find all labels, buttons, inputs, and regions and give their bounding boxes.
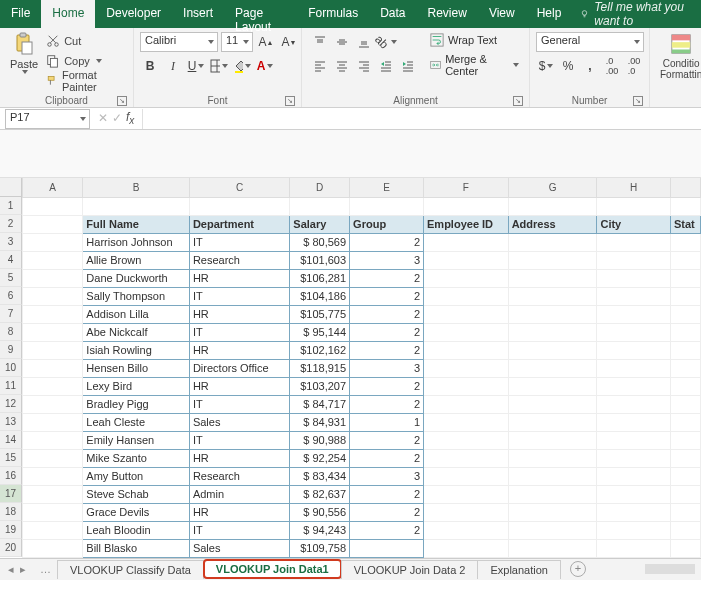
cell[interactable] xyxy=(23,377,83,395)
cell[interactable] xyxy=(597,269,671,287)
cell[interactable] xyxy=(424,431,509,449)
tab-overflow-button[interactable]: … xyxy=(34,563,57,575)
cell[interactable] xyxy=(508,197,597,215)
align-left-button[interactable] xyxy=(310,56,330,76)
cell[interactable] xyxy=(424,521,509,539)
name-box[interactable]: P17 xyxy=(5,109,90,129)
paste-button[interactable]: Paste xyxy=(6,30,42,76)
cell[interactable]: $ 95,144 xyxy=(290,323,350,341)
cell[interactable] xyxy=(597,287,671,305)
cell[interactable] xyxy=(189,197,289,215)
cell[interactable]: Salary xyxy=(290,215,350,233)
cell[interactable] xyxy=(671,467,701,485)
cell[interactable] xyxy=(23,305,83,323)
cell[interactable]: HR xyxy=(189,305,289,323)
cell[interactable]: Group xyxy=(350,215,424,233)
cell[interactable] xyxy=(671,251,701,269)
cell[interactable] xyxy=(508,323,597,341)
cell[interactable]: IT xyxy=(189,395,289,413)
cell[interactable] xyxy=(23,467,83,485)
cell[interactable] xyxy=(424,539,509,557)
row-header[interactable]: 5 xyxy=(0,269,22,287)
bold-button[interactable]: B xyxy=(140,56,160,76)
font-color-button[interactable]: A xyxy=(255,56,275,76)
cell[interactable]: Sales xyxy=(189,539,289,557)
row-header[interactable]: 10 xyxy=(0,359,22,377)
comma-format-button[interactable]: , xyxy=(580,56,600,76)
cell[interactable] xyxy=(23,287,83,305)
cell[interactable] xyxy=(23,197,83,215)
cell[interactable]: Department xyxy=(189,215,289,233)
dialog-launcher-icon[interactable]: ↘ xyxy=(117,96,127,106)
cell[interactable]: 2 xyxy=(350,503,424,521)
cell[interactable]: HR xyxy=(189,341,289,359)
cell[interactable] xyxy=(671,539,701,557)
font-size-select[interactable]: 11 xyxy=(221,32,253,52)
row-header[interactable]: 16 xyxy=(0,467,22,485)
cell[interactable] xyxy=(597,323,671,341)
format-painter-button[interactable]: Format Painter xyxy=(46,72,123,90)
borders-button[interactable] xyxy=(209,56,229,76)
align-center-button[interactable] xyxy=(332,56,352,76)
cell[interactable] xyxy=(23,341,83,359)
sheet-tab[interactable]: VLOOKUP Join Data 2 xyxy=(341,560,479,579)
cell[interactable] xyxy=(23,503,83,521)
cell[interactable] xyxy=(671,197,701,215)
cell[interactable]: Leah Cleste xyxy=(83,413,190,431)
grid[interactable]: A B C D E F G H Full NameDepartmentSalar… xyxy=(22,178,701,558)
cell[interactable] xyxy=(671,431,701,449)
cell[interactable] xyxy=(424,323,509,341)
decrease-decimal-button[interactable]: .00.0 xyxy=(624,56,644,76)
row-header[interactable]: 13 xyxy=(0,413,22,431)
cell[interactable]: Mike Szanto xyxy=(83,449,190,467)
align-middle-button[interactable] xyxy=(332,32,352,52)
cell[interactable]: Stat xyxy=(671,215,701,233)
cell[interactable] xyxy=(671,485,701,503)
row-header[interactable]: 14 xyxy=(0,431,22,449)
cell[interactable]: IT xyxy=(189,233,289,251)
cell[interactable] xyxy=(23,413,83,431)
cell[interactable] xyxy=(424,449,509,467)
cell[interactable]: Full Name xyxy=(83,215,190,233)
cell[interactable] xyxy=(350,539,424,557)
cell[interactable]: 3 xyxy=(350,467,424,485)
col-header-I[interactable] xyxy=(671,178,701,197)
cell[interactable] xyxy=(424,377,509,395)
cell[interactable] xyxy=(597,197,671,215)
menu-tab-formulas[interactable]: Formulas xyxy=(297,0,369,28)
cell[interactable]: $109,758 xyxy=(290,539,350,557)
row-header[interactable]: 6 xyxy=(0,287,22,305)
row-header[interactable]: 18 xyxy=(0,503,22,521)
cell[interactable]: Research xyxy=(189,251,289,269)
cell[interactable]: $ 84,931 xyxy=(290,413,350,431)
cell[interactable] xyxy=(424,287,509,305)
cell[interactable] xyxy=(597,521,671,539)
col-header-A[interactable]: A xyxy=(23,178,83,197)
cell[interactable] xyxy=(508,269,597,287)
cell[interactable]: $101,603 xyxy=(290,251,350,269)
cell[interactable] xyxy=(597,359,671,377)
cell[interactable] xyxy=(23,431,83,449)
cell[interactable]: $103,207 xyxy=(290,377,350,395)
increase-font-button[interactable]: A▲ xyxy=(256,32,276,52)
cell[interactable] xyxy=(350,197,424,215)
cell[interactable] xyxy=(508,251,597,269)
cell[interactable]: HR xyxy=(189,269,289,287)
menu-tab-view[interactable]: View xyxy=(478,0,526,28)
decrease-indent-button[interactable] xyxy=(376,56,396,76)
row-header[interactable]: 1 xyxy=(0,197,22,215)
new-sheet-button[interactable]: + xyxy=(570,561,586,577)
cell[interactable] xyxy=(424,305,509,323)
cell[interactable]: Isiah Rowling xyxy=(83,341,190,359)
cancel-icon[interactable]: ✕ xyxy=(98,111,108,125)
cut-button[interactable]: Cut xyxy=(46,32,123,50)
cell[interactable]: $104,186 xyxy=(290,287,350,305)
fill-color-button[interactable] xyxy=(232,56,252,76)
cell[interactable] xyxy=(597,377,671,395)
wrap-text-button[interactable]: Wrap Text xyxy=(426,32,523,48)
cell[interactable]: $ 84,717 xyxy=(290,395,350,413)
row-header[interactable]: 17 xyxy=(0,485,22,503)
cell[interactable]: $ 94,243 xyxy=(290,521,350,539)
cell[interactable] xyxy=(424,233,509,251)
cell[interactable] xyxy=(597,413,671,431)
